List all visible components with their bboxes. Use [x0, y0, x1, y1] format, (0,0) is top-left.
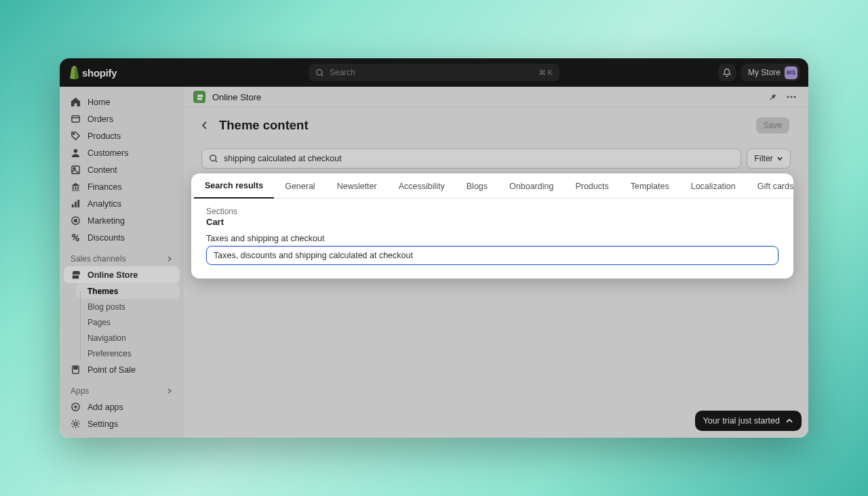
shopify-bag-icon	[68, 66, 80, 79]
nav-orders[interactable]: Orders	[64, 110, 180, 127]
apps-header[interactable]: Apps	[64, 382, 180, 398]
nav-analytics[interactable]: Analytics	[64, 195, 180, 212]
brand-name: shopify	[82, 67, 117, 79]
tabs: Search results General Newsletter Access…	[191, 173, 793, 199]
svg-point-16	[74, 422, 77, 426]
products-icon	[71, 131, 81, 141]
bell-icon	[722, 68, 732, 77]
online-store-badge-icon	[193, 91, 205, 103]
pos-icon	[71, 365, 81, 375]
svg-rect-14	[74, 367, 77, 369]
nav-content[interactable]: Content	[64, 161, 180, 178]
search-icon	[315, 68, 324, 77]
arrow-left-icon	[199, 120, 210, 131]
chevron-up-icon	[785, 417, 793, 425]
tab-blogs[interactable]: Blogs	[456, 174, 498, 198]
svg-point-17	[787, 96, 789, 98]
tab-templates[interactable]: Templates	[620, 174, 680, 198]
field-input[interactable]	[206, 246, 778, 265]
trial-banner[interactable]: Your trial just started	[695, 411, 802, 431]
svg-point-18	[791, 96, 793, 98]
content-search[interactable]	[201, 148, 741, 169]
svg-point-0	[317, 69, 322, 75]
chevron-down-icon	[776, 155, 783, 162]
breadcrumb: Online Store	[212, 92, 261, 102]
nav-discounts[interactable]: Discounts	[64, 229, 180, 246]
orders-icon	[71, 114, 81, 124]
svg-point-11	[73, 234, 75, 237]
nav-online-store[interactable]: Online Store	[64, 266, 180, 283]
topbar: shopify Search ⌘ K My Store MS	[60, 58, 808, 87]
store-name: My Store	[748, 68, 781, 77]
search-icon	[209, 154, 218, 163]
results-panel: Search results General Newsletter Access…	[191, 173, 793, 278]
back-button[interactable]	[197, 118, 212, 133]
page-title: Theme content	[219, 118, 749, 133]
home-icon	[71, 97, 81, 107]
svg-point-10	[75, 220, 77, 222]
svg-rect-6	[72, 204, 74, 207]
field-label: Taxes and shipping at checkout	[206, 234, 778, 243]
dots-icon	[787, 96, 796, 98]
nav-products[interactable]: Products	[64, 127, 180, 144]
subnav-blog-posts[interactable]: Blog posts	[76, 299, 180, 314]
filter-button[interactable]: Filter	[747, 148, 791, 169]
subnav-pages[interactable]: Pages	[76, 314, 180, 330]
customers-icon	[71, 148, 81, 158]
svg-rect-8	[77, 200, 79, 207]
tab-onboarding[interactable]: Onboarding	[498, 174, 564, 198]
sales-channels-header[interactable]: Sales channels	[64, 250, 180, 266]
chevron-right-icon	[166, 255, 173, 262]
page-title-row: Theme content Save	[184, 108, 808, 142]
search-shortcut: ⌘ K	[538, 68, 553, 77]
tab-accessibility[interactable]: Accessibility	[388, 174, 456, 198]
tab-gift-cards[interactable]: Gift cards	[747, 174, 793, 198]
store-icon	[71, 270, 81, 280]
svg-point-20	[210, 155, 216, 161]
tab-localization[interactable]: Localization	[680, 174, 747, 198]
content-header: Online Store	[184, 87, 808, 108]
global-search[interactable]: Search ⌘ K	[309, 64, 559, 81]
subnav-navigation[interactable]: Navigation	[76, 330, 180, 346]
sidebar: Home Orders Products Customers Content F…	[60, 87, 184, 438]
nav-point-of-sale[interactable]: Point of Sale	[64, 361, 180, 378]
svg-point-3	[74, 149, 78, 153]
tab-search-results[interactable]: Search results	[194, 173, 274, 199]
section-title: Cart	[206, 217, 778, 227]
tab-general[interactable]: General	[274, 174, 326, 198]
more-button[interactable]	[784, 89, 799, 104]
nav-customers[interactable]: Customers	[64, 144, 180, 161]
nav-home[interactable]: Home	[64, 94, 180, 110]
marketing-icon	[71, 215, 81, 226]
nav-add-apps[interactable]: Add apps	[64, 398, 180, 415]
plus-circle-icon	[71, 402, 81, 412]
svg-rect-7	[75, 202, 77, 207]
nav-marketing[interactable]: Marketing	[64, 212, 180, 229]
svg-rect-1	[72, 116, 79, 122]
chevron-right-icon	[166, 388, 173, 394]
finances-icon	[71, 182, 81, 192]
svg-point-2	[73, 133, 75, 135]
brand-logo: shopify	[68, 66, 117, 79]
subnav-preferences[interactable]: Preferences	[76, 346, 180, 361]
analytics-icon	[71, 199, 81, 209]
nav-finances[interactable]: Finances	[64, 178, 180, 195]
pin-icon	[768, 92, 777, 102]
svg-point-12	[76, 238, 79, 241]
tab-products[interactable]: Products	[564, 174, 619, 198]
store-menu[interactable]: My Store MS	[741, 64, 800, 81]
gear-icon	[71, 419, 81, 429]
discounts-icon	[71, 232, 81, 243]
pin-button[interactable]	[765, 89, 780, 104]
svg-point-19	[794, 96, 796, 98]
notifications-button[interactable]	[718, 64, 736, 81]
subnav-themes[interactable]: Themes	[76, 283, 180, 299]
search-placeholder: Search	[330, 68, 533, 77]
content-icon	[71, 165, 81, 175]
save-button[interactable]: Save	[756, 117, 789, 133]
avatar: MS	[785, 66, 797, 79]
nav-settings[interactable]: Settings	[64, 415, 180, 432]
content-search-input[interactable]	[224, 154, 734, 163]
section-label: Sections	[206, 207, 778, 216]
tab-newsletter[interactable]: Newsletter	[326, 174, 388, 198]
